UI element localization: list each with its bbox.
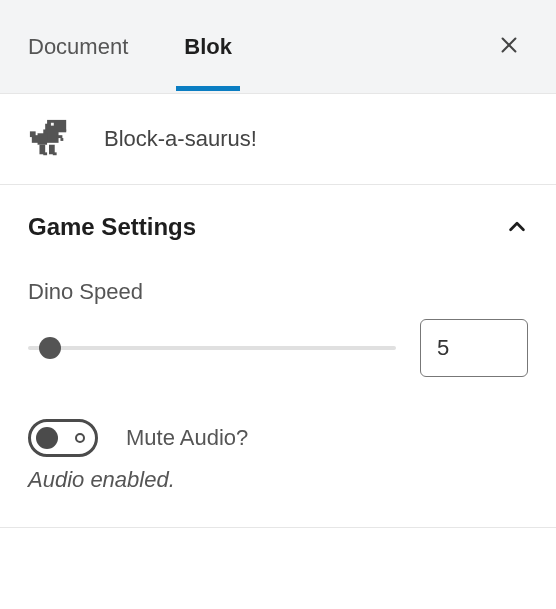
block-header: Block-a-saurus! (0, 94, 556, 185)
tab-block[interactable]: Blok (184, 4, 232, 90)
svg-rect-15 (53, 152, 57, 155)
svg-rect-14 (43, 152, 47, 155)
dino-speed-input[interactable] (420, 319, 528, 377)
mute-audio-control: Mute Audio? (28, 419, 528, 457)
mute-audio-help-text: Audio enabled. (28, 467, 528, 493)
svg-rect-9 (30, 131, 36, 137)
chevron-up-icon (506, 216, 528, 238)
mute-audio-toggle[interactable] (28, 419, 98, 457)
section-title: Game Settings (28, 213, 196, 241)
block-title: Block-a-saurus! (104, 126, 257, 152)
mute-audio-label: Mute Audio? (126, 425, 248, 451)
dino-icon (28, 118, 70, 160)
dino-speed-slider[interactable] (28, 336, 396, 360)
slider-thumb[interactable] (39, 337, 61, 359)
toggle-indicator (75, 433, 85, 443)
block-inspector-panel: Document Blok (0, 0, 556, 528)
svg-rect-10 (57, 135, 63, 138)
tab-document[interactable]: Document (28, 4, 128, 90)
slider-rail (28, 346, 396, 350)
close-icon[interactable] (490, 25, 528, 69)
dino-speed-control (28, 319, 528, 377)
section-header[interactable]: Game Settings (28, 185, 528, 251)
section-game-settings: Game Settings Dino Speed Mute Audio? Aud… (0, 185, 556, 528)
svg-rect-11 (60, 138, 63, 141)
tabbar: Document Blok (0, 0, 556, 94)
toggle-knob (36, 427, 58, 449)
dino-speed-label: Dino Speed (28, 279, 528, 305)
svg-rect-4 (51, 123, 54, 126)
